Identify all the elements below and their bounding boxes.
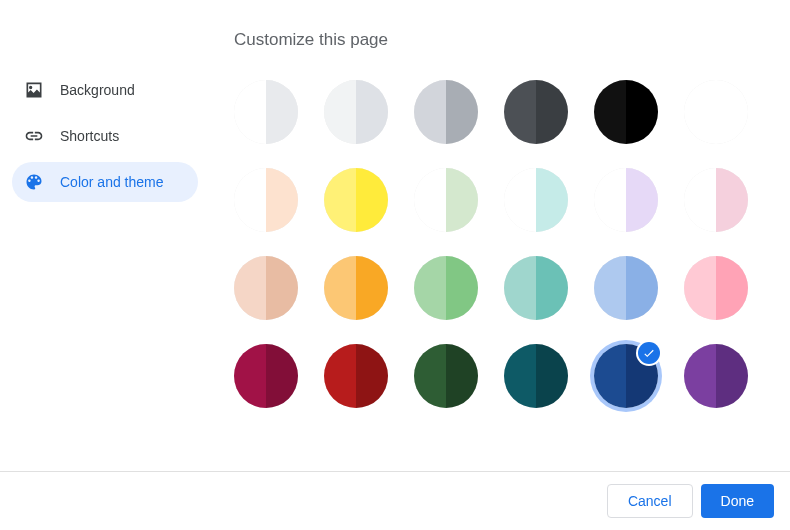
color-swatch-17[interactable] <box>684 256 748 320</box>
color-swatch-19[interactable] <box>324 344 388 408</box>
page-title: Customize this page <box>234 30 766 50</box>
sidebar-item-label: Color and theme <box>60 174 164 190</box>
image-icon <box>24 80 44 100</box>
color-swatch-13[interactable] <box>324 256 388 320</box>
color-swatch-5[interactable] <box>684 80 748 144</box>
sidebar-item-shortcuts[interactable]: Shortcuts <box>12 116 198 156</box>
color-swatch-16[interactable] <box>594 256 658 320</box>
cancel-button[interactable]: Cancel <box>607 484 693 518</box>
color-swatch-11[interactable] <box>684 168 748 232</box>
done-button[interactable]: Done <box>701 484 774 518</box>
color-swatch-3[interactable] <box>504 80 568 144</box>
color-swatch-12[interactable] <box>234 256 298 320</box>
color-swatch-21[interactable] <box>504 344 568 408</box>
sidebar-item-color-theme[interactable]: Color and theme <box>12 162 198 202</box>
color-swatch-2[interactable] <box>414 80 478 144</box>
color-swatch-7[interactable] <box>324 168 388 232</box>
color-swatch-0[interactable] <box>234 80 298 144</box>
color-swatch-6[interactable] <box>234 168 298 232</box>
color-swatch-4[interactable] <box>594 80 658 144</box>
content-panel: Customize this page <box>210 0 790 471</box>
color-swatch-20[interactable] <box>414 344 478 408</box>
link-icon <box>24 126 44 146</box>
color-swatch-23[interactable] <box>684 344 748 408</box>
swatch-grid <box>234 80 766 408</box>
color-swatch-9[interactable] <box>504 168 568 232</box>
sidebar-item-label: Background <box>60 82 135 98</box>
color-swatch-15[interactable] <box>504 256 568 320</box>
color-swatch-22[interactable] <box>594 344 658 408</box>
color-swatch-8[interactable] <box>414 168 478 232</box>
check-icon <box>638 342 660 364</box>
color-swatch-18[interactable] <box>234 344 298 408</box>
sidebar-item-label: Shortcuts <box>60 128 119 144</box>
color-swatch-1[interactable] <box>324 80 388 144</box>
footer: Cancel Done <box>0 471 790 530</box>
sidebar: Background Shortcuts Color and theme <box>0 0 210 471</box>
sidebar-item-background[interactable]: Background <box>12 70 198 110</box>
color-swatch-14[interactable] <box>414 256 478 320</box>
color-swatch-10[interactable] <box>594 168 658 232</box>
palette-icon <box>24 172 44 192</box>
